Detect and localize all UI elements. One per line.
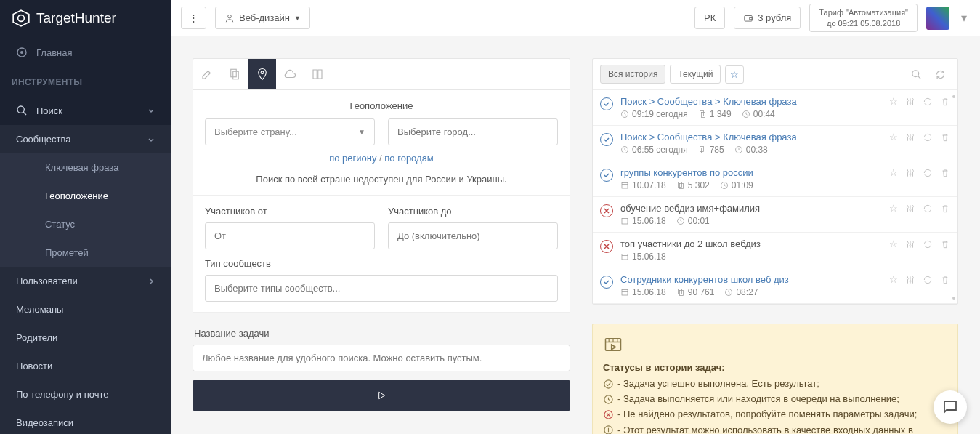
history-meta: 5 302 [676, 180, 710, 190]
avatar[interactable] [926, 7, 949, 30]
menu-button[interactable]: ⋮ [181, 7, 206, 29]
history-meta: 15.06.18 [620, 287, 666, 297]
trash-icon[interactable] [940, 204, 950, 214]
history-title: топ участники до 2 школ вебдиз [620, 238, 882, 249]
sidebar-item-2[interactable]: Родители [0, 324, 171, 352]
sidebar-item-0[interactable]: Пользователи [0, 267, 171, 295]
members-to-label: Участников до [388, 206, 558, 217]
svg-rect-10 [233, 71, 239, 79]
svg-point-12 [912, 70, 919, 76]
city-input[interactable] [388, 118, 558, 145]
svg-point-21 [907, 100, 908, 101]
star-icon[interactable]: ☆ [889, 238, 898, 249]
sidebar-item-5[interactable]: Видеозаписи [0, 409, 171, 434]
user-menu-caret[interactable]: ▾ [958, 11, 970, 25]
svg-point-22 [910, 102, 911, 103]
sidebar-search[interactable]: Поиск [0, 96, 171, 125]
settings-icon[interactable] [905, 168, 915, 178]
scroll-indicator [952, 297, 955, 300]
chevron-down-icon [147, 107, 155, 114]
status-ok-icon [600, 169, 613, 182]
caret-down-icon: ▼ [358, 128, 365, 136]
refresh-icon[interactable] [923, 97, 933, 107]
search-icon [16, 105, 28, 116]
refresh-icon[interactable] [923, 204, 933, 214]
play-icon [376, 390, 387, 401]
chat-widget[interactable] [934, 390, 967, 424]
link-by-region[interactable]: по региону [329, 153, 376, 164]
svg-point-51 [907, 206, 908, 208]
trash-icon[interactable] [940, 275, 950, 285]
svg-point-11 [261, 71, 264, 74]
tab-geo[interactable] [248, 59, 276, 89]
scroll-indicator [952, 95, 955, 98]
members-to-input[interactable] [388, 222, 558, 249]
refresh-icon[interactable] [923, 132, 933, 142]
history-title[interactable]: группы конкурентов по россии [620, 167, 882, 178]
settings-icon[interactable] [905, 204, 915, 214]
history-tab-all[interactable]: Вся история [600, 65, 665, 84]
status-ok-icon [600, 276, 613, 289]
trash-icon[interactable] [940, 97, 950, 107]
refresh-icon[interactable] [923, 275, 933, 285]
svg-rect-64 [678, 289, 681, 294]
tab-edit[interactable] [193, 59, 221, 89]
svg-point-61 [912, 241, 913, 242]
trash-icon[interactable] [940, 239, 950, 249]
balance-button[interactable]: 3 рубля [734, 7, 801, 29]
star-icon[interactable]: ☆ [889, 203, 898, 214]
history-card: Вся история Текущий ☆ Поиск > Сообщества… [592, 58, 958, 305]
settings-icon[interactable] [905, 97, 915, 107]
trash-icon[interactable] [940, 132, 950, 142]
refresh-icon[interactable] [923, 168, 933, 178]
history-search-icon[interactable] [907, 69, 926, 80]
tab-cloud[interactable] [276, 59, 304, 89]
task-name-input[interactable] [193, 345, 570, 371]
history-title[interactable]: Поиск > Сообщества > Ключевая фраза [620, 96, 882, 107]
sidebar-item-4[interactable]: По телефону и почте [0, 380, 171, 409]
topbar: ⋮ Веб-дизайн ▼ РК 3 рубля Тариф "Автомат… [171, 0, 980, 36]
svg-rect-15 [700, 111, 703, 116]
link-by-cities[interactable]: по городам [384, 153, 434, 164]
run-button[interactable] [193, 380, 570, 411]
svg-point-53 [912, 205, 913, 206]
star-icon[interactable]: ☆ [889, 96, 898, 107]
tab-copy[interactable] [221, 59, 248, 89]
star-icon[interactable]: ☆ [889, 132, 898, 142]
sidebar-leaf-2[interactable]: Статус [0, 210, 171, 238]
refresh-icon[interactable] [923, 239, 933, 249]
svg-point-1 [18, 15, 25, 22]
settings-icon[interactable] [905, 132, 915, 142]
svg-point-6 [228, 15, 232, 18]
svg-rect-62 [622, 290, 628, 296]
project-dropdown[interactable]: Веб-дизайн ▼ [215, 7, 310, 29]
svg-point-3 [20, 51, 23, 54]
tab-book[interactable] [304, 59, 331, 89]
sidebar-leaf-0[interactable]: Ключевая фраза [0, 153, 171, 182]
community-type-input[interactable] [205, 275, 558, 302]
history-meta: 15.06.18 [620, 252, 666, 262]
settings-icon[interactable] [905, 239, 915, 249]
geo-title: Геоположение [205, 100, 558, 111]
sidebar-leaf-3[interactable]: Прометей [0, 238, 171, 267]
star-icon[interactable]: ☆ [889, 167, 898, 178]
history-title[interactable]: Поиск > Сообщества > Ключевая фраза [620, 132, 882, 142]
sidebar-item-3[interactable]: Новости [0, 352, 171, 380]
history-meta: 1 349 [698, 109, 732, 119]
members-from-input[interactable] [205, 222, 375, 249]
settings-icon[interactable] [905, 275, 915, 285]
history-refresh-icon[interactable] [931, 69, 950, 80]
star-icon[interactable]: ☆ [889, 274, 898, 285]
logo[interactable]: TargetHunter [0, 0, 171, 36]
tariff-info[interactable]: Тариф "Автоматизация" до 09:21 05.08.201… [809, 4, 918, 32]
sidebar-leaf-1[interactable]: Геоположение [0, 182, 171, 210]
rk-button[interactable]: РК [694, 7, 725, 29]
history-tab-current[interactable]: Текущий [670, 65, 721, 84]
sidebar-home[interactable]: Главная [0, 36, 171, 68]
country-select[interactable]: Выберите страну... ▼ [205, 118, 375, 145]
sidebar-item-1[interactable]: Меломаны [0, 295, 171, 324]
history-title[interactable]: Сотрудники конкурентов школ веб диз [620, 274, 882, 285]
trash-icon[interactable] [940, 168, 950, 178]
sidebar-communities[interactable]: Сообщества [0, 125, 171, 153]
history-tab-fav[interactable]: ☆ [725, 65, 744, 84]
